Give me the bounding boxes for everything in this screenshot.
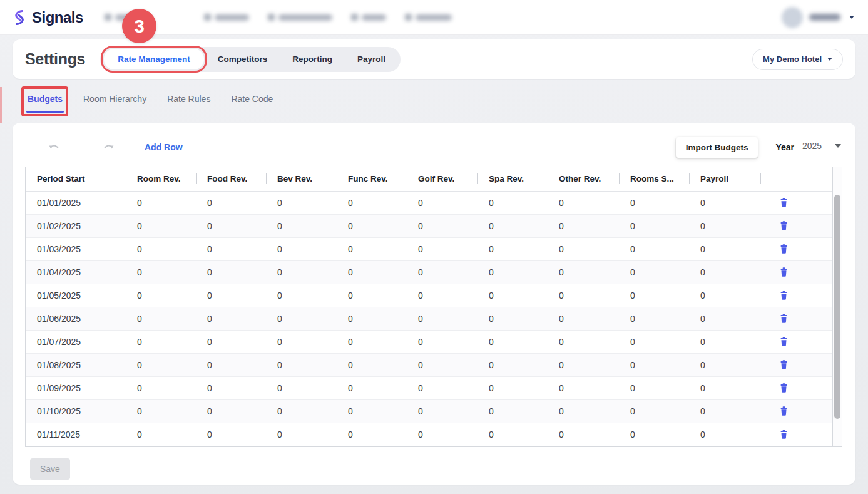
delete-row-button[interactable]	[778, 428, 790, 441]
nav-item-redacted[interactable]	[204, 14, 249, 21]
period-start-cell[interactable]: 01/01/2025	[26, 191, 126, 214]
tab-rate-management[interactable]: Rate Management	[104, 49, 204, 69]
budget-value-cell[interactable]: 0	[548, 399, 619, 423]
budget-value-cell[interactable]: 0	[619, 376, 689, 399]
budget-value-cell[interactable]: 0	[196, 376, 266, 399]
budget-value-cell[interactable]: 0	[266, 237, 337, 260]
column-header-func-rev[interactable]: Func Rev.	[337, 167, 407, 191]
column-header-bev-rev[interactable]: Bev Rev.	[266, 167, 337, 191]
budget-value-cell[interactable]: 0	[477, 307, 548, 330]
period-start-cell[interactable]: 01/09/2025	[26, 376, 126, 399]
budget-value-cell[interactable]: 0	[337, 191, 407, 214]
budget-value-cell[interactable]: 0	[548, 260, 619, 284]
budget-value-cell[interactable]: 0	[619, 191, 689, 214]
budget-value-cell[interactable]: 0	[477, 191, 548, 214]
budget-value-cell[interactable]: 0	[407, 214, 477, 237]
budget-value-cell[interactable]: 0	[126, 237, 196, 260]
budget-value-cell[interactable]: 0	[266, 260, 337, 284]
budget-value-cell[interactable]: 0	[126, 423, 196, 446]
delete-row-button[interactable]	[778, 242, 790, 255]
budget-value-cell[interactable]: 0	[477, 237, 548, 260]
nav-item-redacted[interactable]	[268, 14, 332, 21]
budget-value-cell[interactable]: 0	[548, 307, 619, 330]
period-start-cell[interactable]: 01/02/2025	[26, 214, 126, 237]
year-select[interactable]: 2025	[800, 140, 843, 155]
budget-value-cell[interactable]: 0	[407, 399, 477, 423]
column-header-spa-rev[interactable]: Spa Rev.	[477, 167, 548, 191]
budget-value-cell[interactable]: 0	[689, 260, 760, 284]
column-header-golf-rev[interactable]: Golf Rev.	[407, 167, 477, 191]
budget-value-cell[interactable]: 0	[407, 376, 477, 399]
delete-row-button[interactable]	[778, 265, 790, 279]
delete-row-button[interactable]	[778, 289, 790, 302]
budget-value-cell[interactable]: 0	[337, 307, 407, 330]
budget-value-cell[interactable]: 0	[337, 237, 407, 260]
budget-value-cell[interactable]: 0	[266, 423, 337, 446]
brand[interactable]: Signals	[11, 9, 83, 26]
delete-row-button[interactable]	[778, 404, 790, 418]
column-header-food-rev[interactable]: Food Rev.	[196, 167, 266, 191]
budget-value-cell[interactable]: 0	[407, 307, 477, 330]
budget-value-cell[interactable]: 0	[548, 191, 619, 214]
save-button[interactable]: Save	[30, 458, 70, 480]
budget-value-cell[interactable]: 0	[477, 353, 548, 376]
budget-value-cell[interactable]: 0	[196, 399, 266, 423]
budget-value-cell[interactable]: 0	[477, 423, 548, 446]
tab-competitors[interactable]: Competitors	[207, 49, 279, 69]
budget-value-cell[interactable]: 0	[548, 330, 619, 353]
budget-value-cell[interactable]: 0	[619, 260, 689, 284]
budget-value-cell[interactable]: 0	[266, 284, 337, 307]
scrollbar-thumb[interactable]	[834, 195, 840, 419]
budget-value-cell[interactable]: 0	[126, 399, 196, 423]
budget-value-cell[interactable]: 0	[266, 353, 337, 376]
budget-value-cell[interactable]: 0	[548, 353, 619, 376]
subtab-budgets[interactable]: Budgets	[28, 94, 63, 113]
table-scrollbar[interactable]	[832, 167, 842, 446]
budget-value-cell[interactable]: 0	[196, 284, 266, 307]
budget-value-cell[interactable]: 0	[407, 284, 477, 307]
period-start-cell[interactable]: 01/03/2025	[26, 237, 126, 260]
budget-value-cell[interactable]: 0	[266, 376, 337, 399]
import-budgets-button[interactable]: Import Budgets	[676, 137, 758, 158]
redo-button[interactable]	[100, 141, 117, 154]
budget-value-cell[interactable]: 0	[689, 376, 760, 399]
budget-value-cell[interactable]: 0	[337, 260, 407, 284]
undo-button[interactable]	[46, 141, 63, 154]
budget-value-cell[interactable]: 0	[477, 330, 548, 353]
budget-value-cell[interactable]: 0	[619, 284, 689, 307]
subtab-room-hierarchy[interactable]: Room Hierarchy	[83, 94, 146, 113]
budget-value-cell[interactable]: 0	[126, 376, 196, 399]
delete-row-button[interactable]	[778, 381, 790, 394]
budget-value-cell[interactable]: 0	[266, 191, 337, 214]
budget-value-cell[interactable]: 0	[689, 237, 760, 260]
column-header-other-rev[interactable]: Other Rev.	[548, 167, 619, 191]
budget-value-cell[interactable]: 0	[619, 330, 689, 353]
budget-value-cell[interactable]: 0	[619, 423, 689, 446]
period-start-cell[interactable]: 01/10/2025	[26, 399, 126, 423]
tab-reporting[interactable]: Reporting	[281, 49, 344, 69]
budget-value-cell[interactable]: 0	[407, 423, 477, 446]
period-start-cell[interactable]: 01/04/2025	[26, 260, 126, 284]
budget-value-cell[interactable]: 0	[196, 237, 266, 260]
budget-value-cell[interactable]: 0	[689, 284, 760, 307]
budget-value-cell[interactable]: 0	[337, 399, 407, 423]
budget-value-cell[interactable]: 0	[619, 214, 689, 237]
budget-value-cell[interactable]: 0	[337, 423, 407, 446]
budget-value-cell[interactable]: 0	[337, 214, 407, 237]
subtab-rate-rules[interactable]: Rate Rules	[167, 94, 210, 113]
period-start-cell[interactable]: 01/11/2025	[26, 423, 126, 446]
budget-value-cell[interactable]: 0	[126, 191, 196, 214]
budget-value-cell[interactable]: 0	[337, 353, 407, 376]
period-start-cell[interactable]: 01/06/2025	[26, 307, 126, 330]
budget-value-cell[interactable]: 0	[266, 399, 337, 423]
budget-value-cell[interactable]: 0	[337, 330, 407, 353]
subtab-rate-code[interactable]: Rate Code	[231, 94, 273, 113]
delete-row-button[interactable]	[778, 312, 790, 325]
budget-value-cell[interactable]: 0	[619, 399, 689, 423]
property-selector[interactable]: My Demo Hotel	[752, 49, 843, 70]
budget-value-cell[interactable]: 0	[619, 353, 689, 376]
budget-value-cell[interactable]: 0	[126, 330, 196, 353]
budget-value-cell[interactable]: 0	[196, 214, 266, 237]
budget-value-cell[interactable]: 0	[407, 330, 477, 353]
budget-value-cell[interactable]: 0	[477, 399, 548, 423]
